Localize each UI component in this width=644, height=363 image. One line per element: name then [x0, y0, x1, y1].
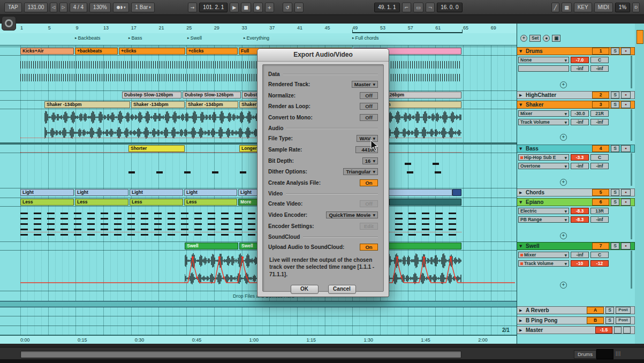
- track-name-row[interactable]: ▼Swell7S●: [517, 242, 635, 250]
- clip[interactable]: Shaker -134bpm: [186, 101, 238, 108]
- expand-track-icon[interactable]: ▶: [519, 191, 524, 195]
- vertical-scrollbar[interactable]: [634, 24, 644, 344]
- loop-length-field[interactable]: 16. 0. 0: [437, 3, 462, 12]
- clip[interactable]: Light: [130, 189, 183, 196]
- punch-out-button[interactable]: ¬: [426, 3, 435, 12]
- follow-button[interactable]: →: [188, 3, 198, 12]
- value-box[interactable]: C: [590, 252, 609, 258]
- locator-swell[interactable]: ▸Swell: [187, 35, 202, 41]
- clip[interactable]: Light: [75, 189, 128, 196]
- solo-button[interactable]: S: [605, 317, 614, 324]
- value-box[interactable]: -10: [571, 260, 589, 267]
- value-box[interactable]: -inf: [571, 119, 589, 125]
- quantization-menu[interactable]: 1 Bar▾: [131, 3, 154, 12]
- nudge-up-button[interactable]: ▷: [59, 3, 67, 12]
- locator-full-chords[interactable]: ▸Full chords: [352, 35, 379, 41]
- solo-button[interactable]: S: [605, 307, 614, 314]
- loop-start-field[interactable]: 49. 1. 1: [374, 3, 399, 12]
- value-box[interactable]: C: [590, 57, 609, 63]
- expand-track-icon[interactable]: ▶: [519, 328, 524, 332]
- value-box[interactable]: -8.3: [571, 216, 589, 223]
- add-lane-button[interactable]: +: [560, 282, 567, 289]
- overdub-button[interactable]: +: [265, 3, 275, 12]
- device-chooser[interactable]: None▼: [518, 57, 569, 63]
- toggle-render-as-loop[interactable]: Off: [360, 103, 378, 110]
- arm-button[interactable]: ●: [621, 189, 631, 196]
- solo-button[interactable]: S: [611, 48, 619, 55]
- add-lane-button[interactable]: +: [560, 232, 567, 239]
- computer-midi-keyboard-button[interactable]: ▦: [562, 3, 572, 12]
- horizontal-scrollbar[interactable]: [20, 351, 461, 358]
- clip[interactable]: Shaker -134bpm: [44, 101, 130, 108]
- device-chooser[interactable]: Mixer▼: [518, 252, 569, 258]
- value-box[interactable]: 13R: [590, 208, 609, 214]
- clip[interactable]: Less: [75, 199, 128, 206]
- device-chooser[interactable]: Electric▼: [518, 208, 569, 214]
- value-box[interactable]: 21R: [590, 110, 609, 117]
- clip[interactable]: Shaker -134bpm: [131, 101, 185, 108]
- value-box[interactable]: -inf: [571, 163, 589, 169]
- clip[interactable]: Dubstep Slow-126bpm: [183, 92, 241, 99]
- value-box[interactable]: -inf: [590, 163, 609, 169]
- key-map-button[interactable]: KEY: [574, 3, 592, 12]
- clip[interactable]: +backbeats: [75, 48, 118, 55]
- track-name-row[interactable]: ▼Drums1S●: [517, 47, 635, 55]
- add-lane-button[interactable]: +: [560, 134, 567, 141]
- track-name-row[interactable]: ▶A ReverbASPost: [517, 306, 635, 314]
- master-volume-value[interactable]: -1.5: [595, 327, 612, 334]
- solo-button[interactable]: S: [611, 145, 619, 152]
- track-number[interactable]: A: [587, 307, 604, 314]
- track-number[interactable]: 1: [592, 48, 609, 55]
- add-lane-button[interactable]: +: [560, 81, 567, 88]
- collapse-track-icon[interactable]: ▼: [519, 103, 524, 107]
- pre-post-toggle[interactable]: Post: [616, 317, 631, 324]
- value-box[interactable]: -inf: [590, 119, 609, 125]
- value-box[interactable]: -30.0: [571, 110, 589, 117]
- dropdown-video-encoder[interactable]: QuickTime Movie▼: [326, 211, 378, 218]
- clip[interactable]: Less: [130, 199, 183, 206]
- groove-amount-field[interactable]: 130%: [89, 3, 111, 12]
- tap-tempo-button[interactable]: TAP: [4, 3, 22, 12]
- collapse-track-icon[interactable]: ▼: [519, 49, 524, 54]
- stop-marker-icon[interactable]: ●: [543, 35, 550, 42]
- re-enable-automation-button[interactable]: ↺: [283, 3, 292, 12]
- clip[interactable]: Shorter: [128, 145, 185, 152]
- arm-button[interactable]: ●: [621, 48, 631, 55]
- value-box[interactable]: -12: [590, 260, 609, 267]
- track-number[interactable]: 3: [592, 101, 609, 108]
- toggle-normalize[interactable]: Off: [360, 92, 378, 99]
- play-button[interactable]: ▶: [230, 3, 239, 12]
- solo-button[interactable]: S: [611, 199, 619, 206]
- clip[interactable]: +clicks: [186, 48, 238, 55]
- expand-track-icon[interactable]: ▶: [519, 308, 524, 313]
- time-signature-field[interactable]: 4 / 4: [70, 3, 87, 12]
- punch-in-button[interactable]: ⌐: [402, 3, 412, 12]
- track-name-row[interactable]: ▼Bass4S●: [517, 145, 635, 153]
- toggle-upload-audio-to-soundcloud[interactable]: On: [360, 244, 378, 251]
- toggle-create-video[interactable]: Off: [360, 200, 378, 207]
- expand-track-icon[interactable]: ▶: [519, 319, 524, 323]
- dropdown-rendered-track[interactable]: Master▼: [352, 81, 378, 88]
- toggle-convert-to-mono[interactable]: Off: [360, 114, 378, 121]
- clip[interactable]: Less: [184, 199, 237, 206]
- add-lane-button[interactable]: +: [560, 179, 567, 186]
- draw-mode-button[interactable]: ╱: [551, 3, 559, 12]
- locator-bass[interactable]: ▸Bass: [128, 35, 142, 41]
- stop-clips-button[interactable]: [623, 327, 631, 334]
- clip[interactable]: Light: [20, 189, 74, 196]
- track-number[interactable]: 2: [592, 92, 609, 99]
- track-number[interactable]: 4: [592, 145, 609, 152]
- clip[interactable]: Dubstep Slow-126bpm: [122, 92, 181, 99]
- grid-icon[interactable]: ▣: [552, 35, 560, 42]
- nudge-down-button[interactable]: ◁: [50, 3, 57, 12]
- track-number[interactable]: 6: [592, 199, 609, 206]
- value-box[interactable]: -3.3: [571, 154, 589, 161]
- arm-button[interactable]: ●: [621, 92, 631, 99]
- toggle-encoder-settings[interactable]: Edit: [360, 223, 378, 230]
- value-box[interactable]: -inf: [571, 252, 589, 258]
- scrollbar-thumb[interactable]: [637, 30, 643, 44]
- arm-button[interactable]: ●: [621, 145, 631, 152]
- locator-strip[interactable]: ▸Backbeats▸Bass▸Swell▸Everything▸Full ch…: [0, 33, 517, 46]
- solo-button[interactable]: S: [611, 92, 619, 99]
- clip[interactable]: Light: [184, 189, 237, 196]
